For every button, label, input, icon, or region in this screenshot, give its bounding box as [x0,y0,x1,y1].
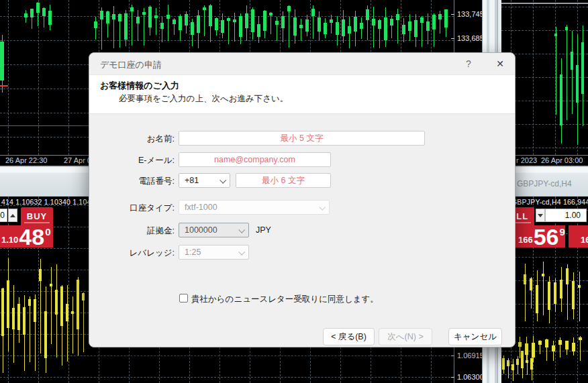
email-input[interactable] [179,152,331,167]
country-code-value: +81 [185,176,199,185]
deposit-select[interactable]: 1000000 [179,223,249,237]
name-label: お名前: [94,133,175,145]
header-subtitle: 必要事項をご入力の上、次へお進み下さい。 [119,93,288,105]
price-scale-label: 1.06915 [457,351,484,360]
account-type-select[interactable]: fxtf-1000 [179,200,330,215]
dialog-title: デモ口座の申請 [100,59,162,71]
price-scale-label: 1.06300 [457,373,484,381]
help-icon[interactable]: ? [462,58,475,70]
ask-price-line [0,125,89,126]
chevron-down-icon [238,227,245,233]
dialog-header: お客様情報のご入力 必要事項をご入力の上、次へお進み下さい。 [89,74,515,114]
price-tick [451,377,454,378]
lot-dropdown-button[interactable] [536,209,545,222]
leverage-label: レバレッジ: [94,248,175,259]
time-axis-label: r 2023 [516,156,537,164]
chevron-down-icon [219,177,226,184]
buy-button-underline [24,222,50,223]
account-type-label: 口座タイプ: [94,203,175,214]
price-tick [451,355,454,356]
triangle-down-icon [538,214,543,217]
buy-price-prefix: 166 [581,235,588,245]
lot-size-input[interactable]: 00 [0,209,7,222]
chevron-down-icon [319,204,326,211]
country-code-select[interactable]: +81 [179,173,230,188]
ohlc-info-row: 414 1.10632 1.10340 1.10478 [1,198,99,206]
time-axis-label: 26 Apr 03:00 [541,156,583,164]
email-label: E-メール: [94,155,175,166]
next-button[interactable]: 次へ(N) > [379,328,432,345]
dialog-titlebar: デモ口座の申請 ? ✕ [89,53,515,74]
buy-price-big-digits: 48 [19,226,44,248]
ohlc-info-row: GBPJPY-cd,H4 166,944 16 [511,198,588,206]
price-tick [451,38,454,39]
sell-price-big-digits: 56 [534,226,559,248]
bid-price-line [0,85,8,87]
price-scale-label: 133,685 [457,34,484,42]
lot-size-input[interactable]: 1.00 [545,209,587,222]
metatrader-screen: 133,745 133,685 26 Apr 22:30 27 Apr 00:3… [0,0,588,383]
buy-price-pip-digit: 0 [45,226,50,237]
sell-price-pip-digit: 9 [560,226,565,237]
price-tick [451,14,454,15]
triangle-up-icon [10,214,15,217]
name-input[interactable] [179,131,425,146]
deposit-currency-label: JPY [256,225,271,235]
lot-spinner-up-button[interactable] [8,209,17,222]
sell-price-prefix: 166 [518,235,533,245]
time-axis-label: 26 Apr 22:30 [5,156,47,164]
buy-price-display[interactable]: 1.10480 [0,225,53,248]
newsletter-label: 貴社からのニュースレター受取りに同意します。 [191,294,379,305]
header-title: お客様情報のご入力 [100,80,179,92]
close-icon[interactable]: ✕ [493,57,507,70]
deposit-label: 証拠金: [94,225,175,237]
newsletter-checkbox[interactable] [179,294,188,303]
buy-price-display-partial[interactable]: 166 [569,225,588,248]
deposit-value: 1000000 [185,225,217,235]
demo-account-dialog: デモ口座の申請 ? ✕ お客様情報のご入力 必要事項をご入力の上、次へお進み下さ… [89,52,516,347]
price-scale-label: 133,745 [457,10,484,18]
back-button[interactable]: < 戻る(B) [323,328,375,345]
leverage-value: 1:25 [185,248,201,257]
chevron-down-icon [238,249,245,256]
leverage-select[interactable]: 1:25 [179,245,249,260]
chart-window-caption: GBPJPY-cd,H4 [517,179,572,188]
buy-price-prefix: 1.10 [1,235,18,245]
account-type-value: fxtf-1000 [185,203,217,212]
cancel-button[interactable]: キャンセル [448,328,502,345]
phone-label: 電話番号: [94,176,175,187]
phone-number-input[interactable] [236,173,331,188]
right-top-price-line [501,3,588,4]
